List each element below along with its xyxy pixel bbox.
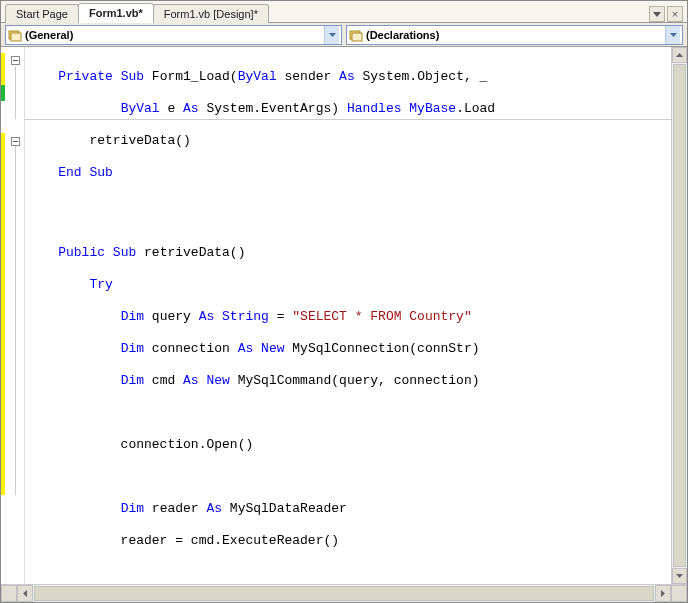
code-editor[interactable]: Private Sub Form1_Load(ByVal sender As S… — [25, 47, 671, 584]
method-selector-label: (Declarations) — [366, 29, 665, 41]
scroll-thumb-horizontal[interactable] — [34, 586, 654, 601]
scroll-thumb-vertical[interactable] — [673, 64, 686, 567]
code-line — [27, 565, 671, 581]
tabs-bar: Start Page Form1.vb* Form1.vb [Design]* … — [1, 1, 687, 23]
close-tab-button[interactable]: × — [667, 6, 683, 22]
chevron-down-icon[interactable] — [665, 26, 680, 44]
svg-rect-5 — [352, 33, 362, 41]
class-selector-label: (General) — [25, 29, 324, 41]
chevron-down-icon[interactable] — [324, 26, 339, 44]
code-line: End Sub — [27, 165, 671, 181]
svg-marker-9 — [23, 590, 27, 597]
code-line — [27, 469, 671, 485]
code-line: ByVal e As System.EventArgs) Handles MyB… — [27, 101, 671, 117]
code-line: Dim connection As New MySqlConnection(co… — [27, 341, 671, 357]
horizontal-scrollbar — [1, 584, 687, 602]
code-line: Dim query As String = "SELECT * FROM Cou… — [27, 309, 671, 325]
tab-list-button[interactable] — [649, 6, 665, 22]
svg-marker-3 — [329, 33, 336, 37]
code-line — [27, 213, 671, 229]
outline-toggle[interactable] — [11, 56, 20, 65]
code-line: connection.Open() — [27, 437, 671, 453]
change-marker — [1, 53, 5, 85]
class-icon — [8, 28, 22, 42]
code-line: Dim reader As MySqlDataReader — [27, 501, 671, 517]
editor-area: Private Sub Form1_Load(ByVal sender As S… — [1, 47, 687, 584]
method-selector-dropdown[interactable]: (Declarations) — [346, 25, 683, 45]
tab-form1-vb-design[interactable]: Form1.vb [Design]* — [153, 4, 269, 23]
code-line: Public Sub retriveData() — [27, 245, 671, 261]
split-box[interactable] — [1, 585, 17, 602]
scroll-down-button[interactable] — [672, 568, 687, 584]
code-line: Private Sub Form1_Load(ByVal sender As S… — [27, 69, 671, 85]
scroll-right-button[interactable] — [655, 585, 671, 602]
horizontal-track[interactable] — [33, 585, 655, 602]
scroll-left-button[interactable] — [17, 585, 33, 602]
code-line: Dim cmd As New MySqlCommand(query, conne… — [27, 373, 671, 389]
saved-marker — [1, 85, 5, 101]
tab-form1-vb[interactable]: Form1.vb* — [78, 3, 154, 23]
scroll-up-button[interactable] — [672, 47, 687, 63]
svg-marker-0 — [653, 12, 661, 17]
code-line: reader = cmd.ExecuteReader() — [27, 533, 671, 549]
change-marker — [1, 133, 5, 495]
code-line — [27, 405, 671, 421]
dropdown-bar: (General) (Declarations) — [1, 23, 687, 47]
svg-marker-6 — [670, 33, 677, 37]
gutter — [1, 47, 25, 584]
svg-marker-8 — [676, 574, 683, 578]
scroll-corner — [671, 585, 687, 602]
class-selector-dropdown[interactable]: (General) — [5, 25, 342, 45]
svg-marker-10 — [661, 590, 665, 597]
declarations-icon — [349, 28, 363, 42]
tab-start-page[interactable]: Start Page — [5, 4, 79, 23]
code-line: Try — [27, 277, 671, 293]
code-line: retriveData() — [27, 133, 671, 149]
svg-rect-2 — [11, 33, 21, 41]
svg-marker-7 — [676, 53, 683, 57]
vertical-scrollbar[interactable] — [671, 47, 687, 584]
outline-toggle[interactable] — [11, 137, 20, 146]
